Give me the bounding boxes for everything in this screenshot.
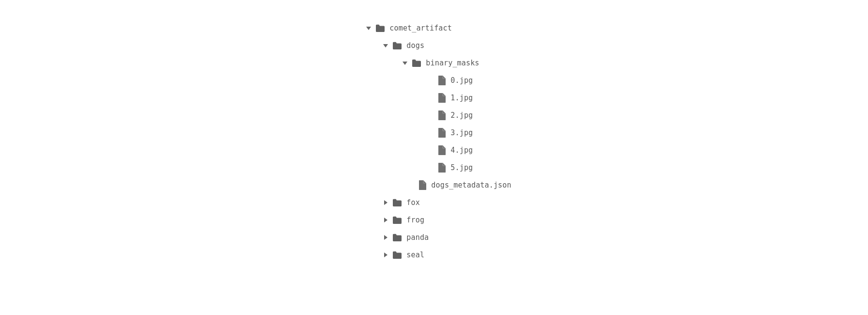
no-chevron (426, 163, 435, 172)
folder-icon (375, 23, 386, 33)
item-label-dogs_metadata: dogs_metadata.json (431, 181, 511, 189)
item-label-binary_masks: binary_masks (426, 59, 479, 67)
tree-item-dogs[interactable]: dogs (355, 37, 426, 54)
item-label-comet_artifact: comet_artifact (389, 24, 452, 32)
chevron-right-icon[interactable] (381, 251, 390, 259)
folder-icon (392, 197, 403, 208)
folder-icon (392, 250, 403, 260)
item-label-frog: frog (406, 216, 424, 224)
tree-item-fox[interactable]: fox (355, 194, 422, 211)
tree-item-5jpg[interactable]: 5.jpg (355, 159, 475, 176)
folder-icon (392, 40, 403, 51)
chevron-down-icon[interactable] (381, 41, 390, 50)
tree-item-0jpg[interactable]: 0.jpg (355, 72, 475, 89)
tree-item-4jpg[interactable]: 4.jpg (355, 142, 475, 159)
tree-item-comet_artifact[interactable]: comet_artifact (355, 19, 454, 37)
tree-item-panda[interactable]: panda (355, 229, 431, 246)
item-label-2jpg: 2.jpg (450, 111, 473, 120)
tree-item-seal[interactable]: seal (355, 246, 426, 264)
no-chevron (426, 94, 435, 102)
tree-item-frog[interactable]: frog (355, 211, 426, 229)
item-label-dogs: dogs (406, 41, 424, 50)
file-icon (437, 162, 447, 173)
chevron-right-icon[interactable] (381, 198, 390, 207)
folder-icon (411, 58, 422, 68)
no-chevron (426, 76, 435, 85)
file-icon (437, 93, 447, 103)
item-label-fox: fox (406, 198, 420, 207)
tree-item-1jpg[interactable]: 1.jpg (355, 89, 475, 107)
item-label-seal: seal (406, 251, 424, 259)
item-label-5jpg: 5.jpg (450, 163, 473, 172)
file-icon (418, 180, 427, 190)
item-label-4jpg: 4.jpg (450, 146, 473, 155)
tree-item-3jpg[interactable]: 3.jpg (355, 124, 475, 142)
item-label-1jpg: 1.jpg (450, 94, 473, 102)
file-icon (437, 110, 447, 121)
chevron-down-icon[interactable] (364, 24, 373, 32)
no-chevron (426, 111, 435, 120)
chevron-right-icon[interactable] (381, 233, 390, 242)
no-chevron (426, 128, 435, 137)
no-chevron (407, 181, 416, 189)
file-icon (437, 127, 447, 138)
file-icon (437, 75, 447, 86)
no-chevron (426, 146, 435, 155)
item-label-panda: panda (406, 233, 429, 242)
tree-item-2jpg[interactable]: 2.jpg (355, 107, 475, 124)
folder-icon (392, 232, 403, 243)
file-icon (437, 145, 447, 156)
file-tree: comet_artifact dogs binary_masks (355, 10, 513, 273)
tree-item-dogs_metadata[interactable]: dogs_metadata.json (355, 176, 513, 194)
item-label-3jpg: 3.jpg (450, 128, 473, 137)
tree-item-binary_masks[interactable]: binary_masks (355, 54, 481, 72)
folder-icon (392, 215, 403, 225)
chevron-right-icon[interactable] (381, 216, 390, 224)
item-label-0jpg: 0.jpg (450, 76, 473, 85)
chevron-down-icon[interactable] (401, 59, 409, 67)
